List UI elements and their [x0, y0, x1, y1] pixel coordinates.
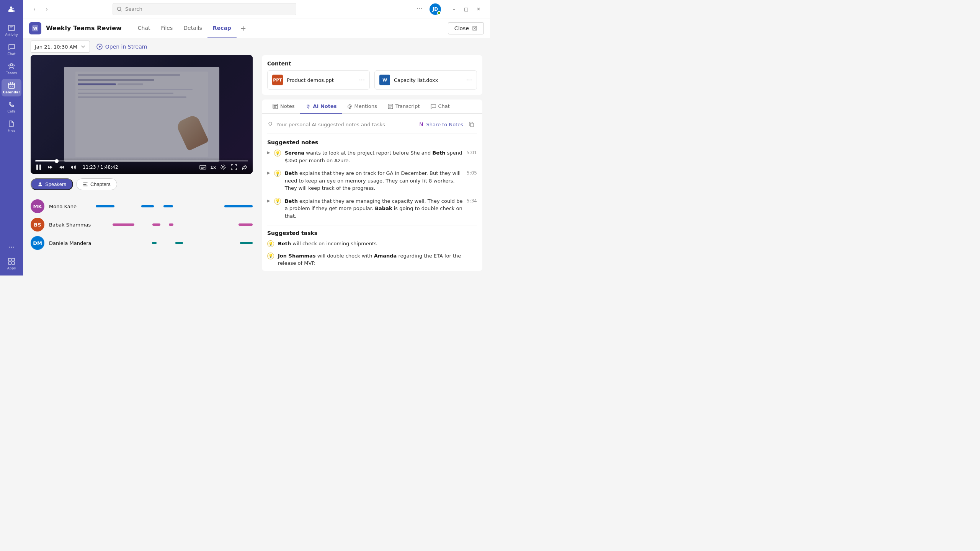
sidebar-bottom: ··· Apps [2, 241, 21, 272]
activity-icon [7, 24, 16, 32]
minimize-button[interactable]: – [449, 4, 459, 15]
fullscreen-button[interactable] [230, 164, 237, 171]
open-in-stream-button[interactable]: Open in Stream [96, 43, 147, 50]
note-expand-1[interactable]: ▶ [267, 150, 270, 155]
progress-bar[interactable] [35, 160, 248, 161]
sidebar-item-calls[interactable]: Calls [2, 98, 21, 116]
sidebar-item-activity-label: Activity [5, 33, 18, 37]
tab-transcript[interactable]: Transcript [382, 99, 425, 114]
progress-dot [55, 159, 59, 163]
svg-point-2 [8, 65, 10, 66]
task-bulb-icon-2: 💡 [267, 253, 274, 259]
tab-recap[interactable]: Recap [207, 18, 237, 38]
search-icon [117, 7, 122, 12]
volume-button[interactable] [70, 164, 77, 171]
file-item-ppt[interactable]: PPT Product demos.ppt ··· [267, 70, 370, 90]
sidebar-item-activity[interactable]: Activity [2, 21, 21, 39]
task-bulb-icon-1: 💡 [267, 240, 274, 247]
window-controls: – □ ✕ [449, 4, 484, 15]
channel-header: W Weekly Teams Review Chat Files Details… [23, 18, 490, 38]
maximize-button[interactable]: □ [461, 4, 472, 15]
timeline-segment [152, 242, 157, 244]
speaker-name-babak: Babak Shammas [49, 222, 91, 228]
speakers-tab-button[interactable]: Speakers [31, 178, 73, 190]
more-options-icon[interactable]: ··· [6, 241, 17, 253]
svg-point-3 [13, 65, 15, 66]
sidebar: Activity Chat Teams [0, 0, 23, 276]
note-item: ▶ 💡 Beth explains that they are managing… [267, 197, 477, 220]
tab-files[interactable]: Files [156, 18, 178, 38]
content-label: Content [267, 60, 477, 67]
svg-point-19 [222, 166, 224, 168]
tab-ai-notes[interactable]: AI Notes [300, 99, 342, 114]
date-picker[interactable]: Jan 21, 10:30 AM [31, 41, 90, 53]
sidebar-item-chat-label: Chat [7, 52, 15, 56]
timeline-segment [238, 223, 253, 226]
transcript-tab-icon [388, 104, 393, 109]
search-bar[interactable]: Search [113, 3, 296, 15]
sidebar-item-apps-label: Apps [7, 266, 16, 270]
timeline-segment [175, 242, 183, 244]
teams-logo[interactable] [5, 3, 18, 17]
forward-button[interactable]: › [41, 4, 52, 15]
close-button[interactable]: Close [448, 22, 484, 34]
sidebar-item-files[interactable]: Files [2, 117, 21, 135]
video-container[interactable]: 11:23 / 1:48:42 1x [31, 55, 253, 174]
ai-bulb-icon [267, 121, 273, 127]
sidebar-item-apps[interactable]: Apps [2, 255, 21, 272]
tab-details[interactable]: Details [178, 18, 207, 38]
channel-tabs: Chat Files Details Recap + [132, 18, 250, 38]
tab-mentions[interactable]: @ Mentions [342, 99, 382, 114]
sidebar-item-chat[interactable]: Chat [2, 41, 21, 58]
notes-tab-icon [273, 104, 278, 109]
ppt-more-button[interactable]: ··· [359, 77, 365, 84]
file-item-docx[interactable]: W Capacity list.doxx ··· [374, 70, 477, 90]
sidebar-item-calendar[interactable]: Calendar [2, 79, 21, 96]
recap-main: 11:23 / 1:48:42 1x [23, 55, 490, 276]
timeline-segment [113, 223, 134, 226]
svg-point-23 [307, 105, 309, 106]
note-expand-3[interactable]: ▶ [267, 199, 270, 203]
tab-notes[interactable]: Notes [267, 99, 300, 114]
svg-rect-9 [8, 262, 11, 264]
controls-row: 11:23 / 1:48:42 1x [35, 164, 248, 171]
tab-chat[interactable]: Chat [425, 99, 455, 114]
chapters-tab-button[interactable]: Chapters [76, 178, 117, 190]
speakers-tabs: Speakers Chapters [31, 178, 253, 190]
tab-chat[interactable]: Chat [132, 18, 156, 38]
back-button[interactable]: ‹ [29, 4, 40, 15]
more-menu-button[interactable]: ··· [414, 4, 425, 15]
note-item: ▶ 💡 Serena wants to look at the project … [267, 149, 477, 164]
settings-button[interactable] [220, 164, 227, 171]
calendar-icon [7, 81, 16, 90]
rewind-button[interactable] [47, 164, 54, 171]
onenote-icon: N [419, 121, 423, 127]
calls-icon [7, 100, 16, 109]
docx-file-icon: W [379, 75, 390, 85]
chevron-down-icon [80, 44, 86, 49]
svg-point-25 [269, 122, 272, 125]
teams-icon [7, 62, 16, 70]
stream-icon [96, 43, 103, 50]
chat-tab-icon [431, 104, 436, 109]
share-video-button[interactable] [241, 164, 248, 171]
pause-button[interactable] [35, 164, 42, 171]
note-expand-2[interactable]: ▶ [267, 171, 270, 175]
forward-button[interactable] [58, 164, 65, 171]
note-item: ▶ 💡 Beth explains that they are on track… [267, 170, 477, 192]
docx-more-button[interactable]: ··· [466, 77, 472, 84]
recap-toolbar: Jan 21, 10:30 AM Open in Stream [23, 38, 490, 55]
ppt-file-icon: PPT [272, 75, 283, 85]
sidebar-item-teams[interactable]: Teams [2, 60, 21, 77]
close-window-button[interactable]: ✕ [473, 4, 484, 15]
speed-button[interactable]: 1x [210, 165, 216, 170]
user-avatar[interactable]: JD [430, 3, 441, 15]
ai-description: Your personal AI suggested notes and tas… [267, 121, 385, 127]
captions-button[interactable] [199, 164, 206, 171]
add-tab-button[interactable]: + [237, 18, 250, 38]
share-to-notes-button[interactable]: N Share to Notes [419, 119, 477, 130]
timeline-segment [141, 205, 154, 207]
copy-button[interactable] [466, 119, 477, 130]
chat-icon [7, 43, 16, 51]
timeline-segment [152, 223, 160, 226]
